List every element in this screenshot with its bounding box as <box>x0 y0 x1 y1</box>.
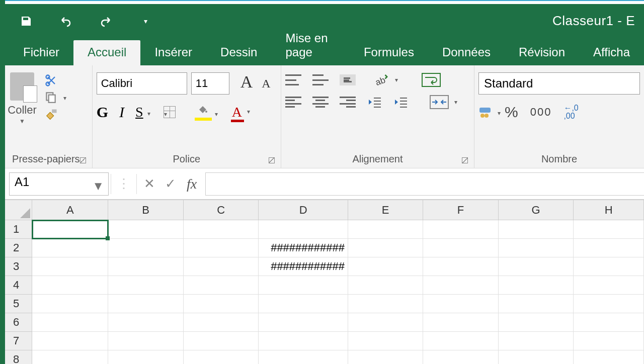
paste-button[interactable]: Coller ▼ <box>4 72 40 125</box>
cell-D1[interactable] <box>259 220 348 239</box>
tab-fichier[interactable]: Fichier <box>9 40 73 65</box>
number-format-select[interactable] <box>478 72 640 95</box>
cancel-entry-button[interactable]: ✕ <box>139 176 160 192</box>
group-number-label: Nombre <box>541 153 577 164</box>
borders-button[interactable] <box>164 106 176 118</box>
tab-mise-en-page[interactable]: Mise en page <box>271 26 349 65</box>
col-header-G[interactable]: G <box>498 200 573 220</box>
copy-icon[interactable] <box>44 90 58 103</box>
cell-D2[interactable]: ############ <box>259 239 348 257</box>
align-launcher[interactable] <box>462 157 468 163</box>
grow-font-button[interactable]: A <box>240 73 253 94</box>
align-middle-button[interactable] <box>312 74 329 85</box>
svg-text:ab: ab <box>374 75 386 87</box>
spreadsheet-grid: A B C D E F G H 1 2 ############ 3 #####… <box>0 200 644 364</box>
tab-dessin[interactable]: Dessin <box>206 40 271 65</box>
cut-icon[interactable] <box>44 73 58 85</box>
col-header-D[interactable]: D <box>259 200 348 220</box>
cell-A2[interactable] <box>32 239 108 257</box>
underline-button[interactable]: S <box>135 104 143 120</box>
clipboard-icon <box>10 72 34 101</box>
insert-function-button[interactable]: fx <box>181 176 202 192</box>
orientation-button[interactable]: ab <box>373 72 390 87</box>
undo-icon[interactable] <box>60 15 72 27</box>
tab-affichage[interactable]: Afficha <box>579 40 644 65</box>
col-header-A[interactable]: A <box>32 200 108 220</box>
align-right-button[interactable] <box>340 97 356 108</box>
wrap-text-button[interactable] <box>421 72 441 87</box>
group-font: A A G I S A Police <box>93 65 281 168</box>
cell-E3[interactable] <box>348 257 423 276</box>
col-header-E[interactable]: E <box>348 200 423 220</box>
svg-rect-9 <box>479 108 491 113</box>
cell-G3[interactable] <box>498 257 573 276</box>
redo-icon[interactable] <box>100 15 112 27</box>
group-align-label: Alignement <box>352 153 403 164</box>
cell-B3[interactable] <box>108 257 183 276</box>
align-center-button[interactable] <box>312 97 329 108</box>
merge-center-button[interactable] <box>429 95 449 110</box>
cell-A1[interactable] <box>32 220 108 239</box>
cell-A3[interactable] <box>32 257 108 276</box>
tab-formules[interactable]: Formules <box>350 40 428 65</box>
font-color-button[interactable]: A <box>232 104 242 120</box>
group-clipboard: Coller ▼ Presse-papiers <box>0 65 93 168</box>
accounting-format-button[interactable] <box>478 106 493 119</box>
cell-B2[interactable] <box>108 239 183 257</box>
thousands-button[interactable]: 000 <box>530 106 552 119</box>
svg-rect-3 <box>49 95 55 103</box>
formula-input[interactable] <box>205 172 644 196</box>
ribbon: Coller ▼ Presse-papiers <box>0 65 644 168</box>
tab-revision[interactable]: Révision <box>505 40 579 65</box>
tab-donnees[interactable]: Données <box>428 40 505 65</box>
format-painter-icon[interactable] <box>44 108 58 120</box>
svg-point-11 <box>485 114 489 118</box>
italic-button[interactable]: I <box>119 104 124 121</box>
tab-accueil[interactable]: Accueil <box>73 40 140 65</box>
font-size-input[interactable] <box>191 72 229 95</box>
increase-decimal-button[interactable]: ←,0 ,00 <box>564 104 578 120</box>
cell-G2[interactable] <box>498 239 573 257</box>
clipboard-launcher[interactable] <box>80 157 86 163</box>
cell-C1[interactable] <box>183 220 258 239</box>
ribbon-tabs: Fichier Accueil Insérer Dessin Mise en p… <box>0 38 644 65</box>
cell-C2[interactable] <box>183 239 258 257</box>
cell-F3[interactable] <box>423 257 498 276</box>
tab-inserer[interactable]: Insérer <box>140 40 206 65</box>
col-header-H[interactable]: H <box>574 200 644 220</box>
cell-B1[interactable] <box>108 220 183 239</box>
cell-D3[interactable]: ############ <box>259 257 348 276</box>
cell-H3[interactable] <box>574 257 644 276</box>
fill-color-button[interactable] <box>196 107 210 118</box>
increase-indent-button[interactable] <box>393 96 408 108</box>
cell-H2[interactable] <box>574 239 644 257</box>
font-launcher[interactable] <box>269 157 275 163</box>
align-bottom-button[interactable] <box>340 74 356 85</box>
cell-E1[interactable] <box>348 220 423 239</box>
svg-rect-4 <box>52 110 56 113</box>
name-box[interactable]: A1▼ <box>9 172 109 196</box>
qat-customize-icon[interactable]: ▾ <box>139 15 151 27</box>
col-header-B[interactable]: B <box>108 200 183 220</box>
align-left-button[interactable] <box>285 97 301 108</box>
decrease-indent-button[interactable] <box>367 96 382 108</box>
cell-F1[interactable] <box>423 220 498 239</box>
shrink-font-button[interactable]: A <box>262 73 270 94</box>
group-number: % 000 ←,0 ,00 Nombre <box>474 65 644 168</box>
formula-bar: A1▼ ⋮ ✕ ✓ fx <box>0 168 644 200</box>
confirm-entry-button[interactable]: ✓ <box>160 176 181 192</box>
col-header-F[interactable]: F <box>423 200 498 220</box>
cell-H1[interactable] <box>574 220 644 239</box>
align-top-button[interactable] <box>285 74 301 85</box>
percent-button[interactable]: % <box>505 104 518 121</box>
paste-label: Coller <box>8 104 36 116</box>
save-icon[interactable] <box>20 15 32 27</box>
bold-button[interactable]: G <box>97 104 108 121</box>
cell-F2[interactable] <box>423 239 498 257</box>
svg-point-10 <box>480 114 485 118</box>
cell-C3[interactable] <box>183 257 258 276</box>
cell-E2[interactable] <box>348 239 423 257</box>
cell-G1[interactable] <box>498 220 573 239</box>
col-header-C[interactable]: C <box>183 200 258 220</box>
font-name-input[interactable] <box>97 72 187 95</box>
